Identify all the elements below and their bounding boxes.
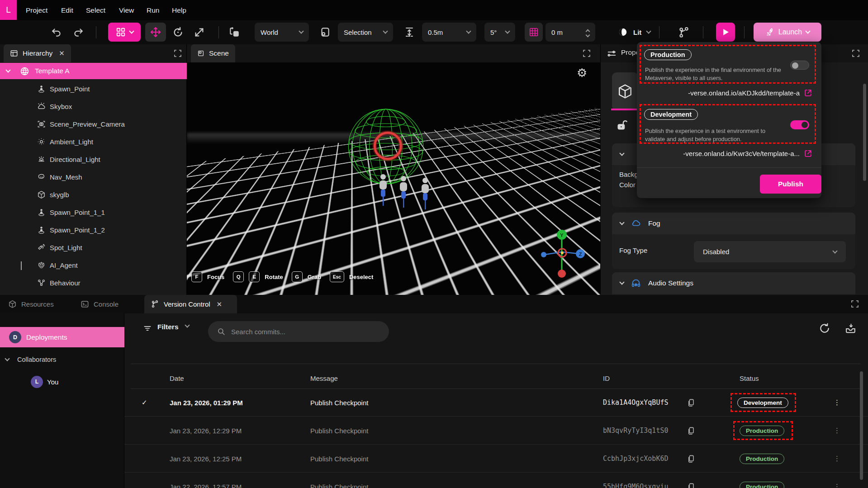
commits-scrollbar[interactable]: [860, 371, 863, 480]
unlock-icon[interactable]: [616, 119, 628, 132]
undo-button[interactable]: [51, 26, 62, 38]
shading-mode-dropdown[interactable]: Lit: [612, 23, 646, 42]
hierarchy-item-spawn-point-1-2[interactable]: Spawn_Point_1_2: [0, 221, 187, 239]
tab-console[interactable]: Console: [81, 295, 119, 313]
expand-panel-icon[interactable]: [852, 50, 859, 57]
app-logo[interactable]: L: [0, 0, 17, 20]
search-commits-input[interactable]: [231, 328, 376, 336]
hierarchy-root-template-a[interactable]: Template A: [0, 63, 187, 79]
column-header-status[interactable]: Status: [740, 368, 759, 389]
search-commits-box[interactable]: [208, 321, 389, 342]
refresh-icon[interactable]: [819, 322, 830, 334]
row-menu-kebab-icon[interactable]: ⋮: [834, 445, 840, 473]
row-menu-kebab-icon[interactable]: ⋮: [834, 389, 840, 417]
external-link-icon[interactable]: [804, 89, 812, 97]
grid-placement-tool-button[interactable]: [108, 23, 141, 42]
launch-button[interactable]: Launch: [754, 23, 821, 42]
column-header-id[interactable]: ID: [603, 368, 610, 389]
stepper-arrows[interactable]: [586, 28, 589, 37]
selection-mode-dropdown[interactable]: Selection: [338, 23, 393, 42]
chevron-down-icon: [586, 33, 590, 37]
commit-row[interactable]: Jan 23, 2026, 12:29 PM Publish Checkpoin…: [124, 417, 868, 445]
snap-surface-icon[interactable]: [319, 26, 331, 38]
scale-tool-button[interactable]: [193, 26, 205, 38]
production-url[interactable]: -verse.onland.io/aKDJkdd/template-a: [688, 89, 800, 97]
menu-run[interactable]: Run: [147, 0, 159, 20]
development-url[interactable]: -verse.onland.io/Kwr3cVe/template-a...: [683, 150, 800, 157]
chevron-down-icon: [619, 280, 624, 284]
hierarchy-item-nav-mesh[interactable]: Nav_Mesh: [0, 168, 187, 186]
chevron-right-icon[interactable]: [21, 261, 22, 269]
row-menu-kebab-icon[interactable]: ⋮: [834, 417, 840, 445]
hierarchy-item-skybox[interactable]: Skybox: [0, 98, 187, 115]
copy-icon[interactable]: [687, 445, 695, 473]
angle-snap-dropdown[interactable]: 5°: [484, 23, 515, 42]
tab-resources[interactable]: Resources: [8, 295, 54, 313]
hierarchy-item-ai-agent[interactable]: AI_Agent: [0, 256, 187, 274]
hierarchy-item-spawn-point[interactable]: Spawn_Point: [0, 80, 187, 98]
copy-icon[interactable]: [687, 473, 695, 488]
scene-tab[interactable]: Scene: [191, 44, 235, 62]
column-header-message[interactable]: Message: [310, 368, 338, 389]
development-toggle[interactable]: [790, 120, 809, 129]
hierarchy-item-skyglb[interactable]: skyglb: [0, 186, 187, 204]
viewport-settings-gear-icon[interactable]: ⚙: [577, 66, 587, 80]
sidebar-item-you[interactable]: L You: [0, 373, 124, 391]
avatar-figures[interactable]: [370, 169, 438, 232]
hierarchy-item-spot-light[interactable]: Spot_Light: [0, 239, 187, 256]
space-mode-dropdown[interactable]: World: [255, 23, 309, 42]
close-icon[interactable]: ✕: [59, 49, 65, 57]
menu-help[interactable]: Help: [172, 0, 186, 20]
prefab-icon[interactable]: [228, 26, 240, 38]
height-value-stepper[interactable]: 0 m: [545, 23, 595, 42]
row-menu-kebab-icon[interactable]: ⋮: [834, 473, 840, 488]
chevron-down-icon: [619, 151, 624, 156]
hierarchy-item-directional-light[interactable]: Directional_Light: [0, 151, 187, 168]
expand-panel-icon[interactable]: [174, 50, 181, 57]
redo-button[interactable]: [72, 26, 84, 38]
chevron-down-icon: [806, 28, 811, 33]
commit-row[interactable]: Jan 23, 2026, 12:25 PM Publish Checkpoin…: [124, 445, 868, 473]
external-link-icon[interactable]: [804, 149, 812, 158]
grid-snap-dropdown[interactable]: 0.5m: [422, 23, 476, 42]
hierarchy-item-ambient-light[interactable]: Ambient_Light: [0, 133, 187, 151]
hierarchy-tab[interactable]: Hierarchy ✕: [4, 44, 71, 62]
audio-section-header[interactable]: Audio Settings: [612, 272, 855, 294]
fog-type-label: Fog Type: [619, 246, 647, 254]
grid-toggle-button[interactable]: [525, 23, 543, 42]
hierarchy-item-scene-preview-camera[interactable]: Scene_Preview_Camera: [0, 115, 187, 133]
commits-area: Filters Date Message ID Status: [124, 313, 868, 488]
copy-icon[interactable]: [687, 389, 695, 417]
3d-view[interactable]: Y Z ⚙ F Focus Q E Rotate G Grab Esc Des: [187, 62, 600, 295]
column-header-date[interactable]: Date: [170, 368, 184, 389]
menu-project[interactable]: Project: [26, 0, 47, 20]
commit-row[interactable]: ✓ Jan 23, 2026, 01:29 PM Publish Checkpo…: [124, 389, 868, 417]
move-tool-button[interactable]: [145, 23, 166, 42]
menu-select[interactable]: Select: [86, 0, 105, 20]
tab-object-properties[interactable]: [612, 72, 638, 110]
height-snap-icon[interactable]: [404, 26, 415, 38]
hierarchy-item-spawn-point-1-1[interactable]: Spawn_Point_1_1: [0, 204, 187, 221]
fog-section-header[interactable]: Fog: [612, 213, 855, 234]
hierarchy-item-behaviour[interactable]: Behaviour: [0, 274, 187, 292]
deploy-settings-icon[interactable]: [845, 322, 857, 334]
expand-panel-icon[interactable]: [583, 50, 590, 57]
tab-version-control[interactable]: Version Control ✕: [144, 295, 237, 313]
version-control-icon[interactable]: [678, 26, 690, 39]
sidebar-item-collaborators[interactable]: Collaborators: [0, 351, 124, 368]
commit-row[interactable]: Jan 22, 2026, 12:57 PM Publish Checkpoin…: [124, 473, 868, 488]
menu-view[interactable]: View: [119, 0, 134, 20]
copy-icon[interactable]: [687, 417, 695, 445]
expand-panel-icon[interactable]: [851, 300, 859, 308]
menu-edit[interactable]: Edit: [61, 0, 73, 20]
sidebar-item-deployments[interactable]: D Deployments: [0, 327, 124, 347]
properties-scrollbar[interactable]: [863, 84, 866, 181]
fog-type-dropdown[interactable]: Disabled: [694, 241, 846, 262]
publish-button[interactable]: Publish: [760, 175, 821, 194]
play-button[interactable]: [716, 23, 735, 42]
close-icon[interactable]: ✕: [217, 300, 223, 308]
rotate-tool-button[interactable]: [172, 26, 184, 38]
transform-gizmo[interactable]: Y Z: [537, 228, 586, 280]
production-toggle[interactable]: [790, 61, 809, 70]
filters-button[interactable]: Filters: [157, 323, 179, 331]
